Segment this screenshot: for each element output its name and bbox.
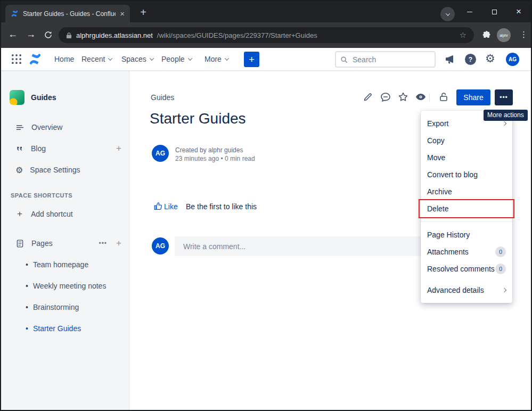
new-tab-button[interactable]: + <box>136 5 150 19</box>
confluence-logo-icon[interactable] <box>28 52 42 66</box>
plus-icon: + <box>15 209 24 219</box>
forward-icon[interactable]: → <box>26 29 36 40</box>
chevron-down-icon <box>225 56 229 60</box>
sidebar-page-brainstorming[interactable]: • Brainstorming <box>26 301 79 314</box>
chevron-down-icon <box>149 56 153 60</box>
thumbs-up-icon[interactable] <box>153 201 163 211</box>
confluence-tab-icon <box>11 10 19 18</box>
count-badge: 0 <box>495 264 506 274</box>
more-actions-tooltip: More actions <box>484 110 528 121</box>
nav-more[interactable]: More <box>204 48 228 70</box>
favorite-star-icon[interactable] <box>398 92 408 102</box>
padlock-icon <box>66 32 72 39</box>
bookmark-star-icon[interactable]: ☆ <box>460 30 466 40</box>
byline-author[interactable]: Created by alphr guides <box>175 146 255 154</box>
gear-icon: ⚙ <box>15 166 23 175</box>
chevron-right-icon <box>502 288 506 292</box>
chevron-down-icon <box>108 56 112 60</box>
like-hint-text: Be the first to like this <box>186 202 257 211</box>
user-avatar[interactable]: AG <box>506 53 519 66</box>
toolbar-divider <box>429 93 430 101</box>
bullet-icon: • <box>26 260 28 269</box>
browser-tab[interactable]: Starter Guides - Guides - Conflue × <box>5 5 130 22</box>
space-header[interactable]: Guides <box>10 90 56 105</box>
sidebar-page-weekly-meeting-notes[interactable]: • Weekly meeting notes <box>26 280 106 292</box>
nav-home[interactable]: Home <box>54 48 74 70</box>
menu-item-convert-to-blog[interactable]: Convert to blog <box>421 166 512 183</box>
tab-title: Starter Guides - Guides - Conflue <box>23 10 116 18</box>
byline-time[interactable]: 23 minutes ago <box>175 155 219 162</box>
menu-item-advanced-details[interactable]: Advanced details <box>421 282 512 299</box>
share-button[interactable]: Share <box>456 89 490 105</box>
maximize-button[interactable] <box>482 1 506 22</box>
space-sidebar: Guides Overview Blog + ⚙ Space Settings <box>1 71 129 410</box>
count-badge: 0 <box>495 246 506 257</box>
bullet-icon: • <box>26 282 28 290</box>
browser-window: Starter Guides - Guides - Conflue × + × … <box>0 0 532 411</box>
window-controls: × <box>457 1 531 22</box>
app-header: Home Recent Spaces People More + <box>1 48 531 71</box>
menu-item-attachments[interactable]: Attachments 0 <box>421 243 512 260</box>
page-title: Starter Guides <box>150 110 246 127</box>
feedback-megaphone-icon[interactable] <box>444 54 455 64</box>
browser-profile-avatar[interactable]: alphr <box>497 28 511 42</box>
space-shortcuts-header: SPACE SHORTCUTS <box>11 192 72 199</box>
space-logo-icon <box>10 90 24 105</box>
search-input[interactable] <box>351 55 430 64</box>
sidebar-item-overview[interactable]: Overview <box>15 121 121 134</box>
edit-pencil-icon[interactable] <box>363 92 373 102</box>
close-window-button[interactable]: × <box>506 1 531 22</box>
settings-gear-icon[interactable]: ⚙ <box>485 52 495 65</box>
tab-close-icon[interactable]: × <box>120 10 125 18</box>
menu-item-move[interactable]: Move <box>421 149 512 166</box>
chevron-down-icon <box>187 56 192 60</box>
browser-toolbar: ← → alphrguides.atlassian.net /wiki/spac… <box>1 22 531 48</box>
create-button[interactable]: + <box>244 52 259 67</box>
sidebar-item-pages[interactable]: Pages ••• + <box>15 237 121 250</box>
help-icon[interactable]: ? <box>465 54 476 65</box>
author-avatar[interactable]: AG <box>152 145 169 162</box>
search-box[interactable] <box>335 51 436 68</box>
bullet-icon: • <box>26 324 28 333</box>
menu-item-delete[interactable]: Delete <box>421 200 512 217</box>
chevron-right-icon <box>502 121 506 126</box>
byline-read-time: 0 min read <box>225 155 255 162</box>
add-page-icon[interactable]: + <box>116 238 121 249</box>
menu-divider <box>421 221 512 222</box>
unlock-icon[interactable] <box>438 92 449 102</box>
menu-item-page-history[interactable]: Page History <box>421 226 512 243</box>
reload-icon[interactable] <box>44 30 53 39</box>
watch-eye-icon[interactable] <box>415 92 426 102</box>
sidebar-item-blog[interactable]: Blog + <box>15 142 121 155</box>
add-blog-icon[interactable]: + <box>116 143 121 154</box>
url-host: alphrguides.atlassian.net <box>76 31 153 39</box>
comment-bubble-icon[interactable] <box>380 92 391 102</box>
nav-recent[interactable]: Recent <box>81 48 112 70</box>
bullet-icon: • <box>26 303 28 311</box>
sidebar-item-space-settings[interactable]: ⚙ Space Settings <box>15 163 121 176</box>
blog-quote-icon <box>15 144 24 153</box>
browser-menu-kebab-icon[interactable]: ⋮ <box>520 30 528 39</box>
sidebar-page-starter-guides[interactable]: • Starter Guides <box>26 322 81 335</box>
like-button[interactable]: Like <box>164 202 178 211</box>
nav-people[interactable]: People <box>161 48 192 70</box>
media-controls-icon[interactable] <box>440 7 455 21</box>
extensions-puzzle-icon[interactable] <box>482 30 492 40</box>
pages-more-icon[interactable]: ••• <box>99 240 107 247</box>
nav-spaces[interactable]: Spaces <box>121 48 153 70</box>
menu-item-archive[interactable]: Archive <box>421 183 512 200</box>
breadcrumb[interactable]: Guides <box>151 93 174 102</box>
more-actions-button[interactable]: ••• <box>495 89 513 105</box>
minimize-button[interactable] <box>457 1 482 22</box>
sidebar-item-add-shortcut[interactable]: + Add shortcut <box>15 208 121 220</box>
menu-item-copy[interactable]: Copy <box>421 132 512 149</box>
menu-item-resolved-comments[interactable]: Resolved comments 0 <box>421 260 512 277</box>
url-bar[interactable]: alphrguides.atlassian.net /wiki/spaces/G… <box>59 27 474 43</box>
app-switcher-grid-icon[interactable] <box>11 53 22 65</box>
space-name: Guides <box>31 93 56 102</box>
chevron-down-icon <box>445 11 449 15</box>
overview-icon <box>15 123 24 132</box>
sidebar-page-team-homepage[interactable]: • Team homepage <box>26 258 88 271</box>
search-icon <box>340 56 348 63</box>
back-icon[interactable]: ← <box>8 29 18 40</box>
